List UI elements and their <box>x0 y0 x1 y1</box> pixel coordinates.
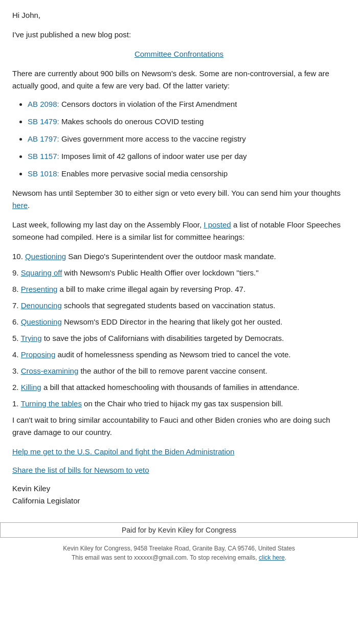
item-rest: a bill that attacked homeschooling with … <box>41 383 299 392</box>
bill-item: AB 2098: Censors doctors in violation of… <box>28 98 346 110</box>
item-rest: the author of the bill to remove parent … <box>78 366 267 375</box>
item-link[interactable]: Trying <box>20 334 41 342</box>
numbered-item: 1. Turning the tables on the Chair who t… <box>12 398 346 410</box>
bill-item: SB 1018: Enables more pervasive social m… <box>28 168 346 180</box>
footer-address-line2: This email was sent to xxxxxx@gmail.com.… <box>5 553 353 562</box>
closing-paragraph: I can't wait to bring similar accountabi… <box>12 414 346 439</box>
numbered-item: 7. Denouncing schools that segregated st… <box>12 300 346 312</box>
bill-text: Censors doctors in violation of the Firs… <box>59 100 237 108</box>
item-link[interactable]: Denouncing <box>21 301 62 310</box>
newsom-period: . <box>28 201 30 210</box>
item-rest: with Newsom's Public Health Offier over … <box>62 268 258 277</box>
signature: Kevin Kiley California Legislator <box>12 482 346 507</box>
newsom-text-1: Newsom has until September 30 to either … <box>12 189 341 197</box>
newsom-here-link[interactable]: here <box>12 201 28 210</box>
blog-title-link[interactable]: Committee Confrontations <box>135 50 223 58</box>
footer-period: . <box>285 554 286 561</box>
floor-text-1: Last week, following my last day on the … <box>12 220 204 229</box>
item-link[interactable]: Proposing <box>21 350 56 359</box>
description-text: There are currently about 900 bills on N… <box>12 67 346 92</box>
bill-link[interactable]: SB 1479: <box>28 117 59 126</box>
item-number: 9. <box>12 268 21 277</box>
item-link[interactable]: Presenting <box>21 285 58 293</box>
footer-unsubscribe-link[interactable]: click here <box>259 554 285 561</box>
newsom-paragraph: Newsom has until September 30 to either … <box>12 187 346 212</box>
bill-link[interactable]: SB 1018: <box>28 169 59 178</box>
item-link[interactable]: Cross-examining <box>21 366 79 375</box>
numbered-item: 6. Questioning Newsom's EDD Director in … <box>12 316 346 328</box>
footer-address-line1: Kevin Kiley for Congress, 9458 Treelake … <box>5 544 353 553</box>
bill-item: SB 1479: Makes schools do onerous COVID … <box>28 116 346 128</box>
numbered-item: 4. Proposing audit of homelessness spend… <box>12 349 346 361</box>
numbered-item: 8. Presenting a bill to make crime illeg… <box>12 283 346 295</box>
item-rest: audit of homelessness spending as Newsom… <box>55 350 290 359</box>
item-number: 10. <box>12 252 25 261</box>
bill-link[interactable]: SB 1157: <box>28 152 59 160</box>
item-number: 1. <box>12 399 20 408</box>
footer-paid: Paid for by Kevin Kiley for Congress <box>0 522 358 538</box>
bills-list: AB 2098: Censors doctors in violation of… <box>28 98 346 180</box>
item-rest: schools that segregated students based o… <box>62 301 276 310</box>
blog-title-container: Committee Confrontations <box>12 48 346 60</box>
item-number: 2. <box>12 383 21 392</box>
item-number: 3. <box>12 366 21 375</box>
item-link[interactable]: Squaring off <box>21 268 62 277</box>
greeting: Hi John, <box>12 9 346 21</box>
bill-text: Enables more pervasive social media cens… <box>59 169 228 178</box>
item-rest: a bill to make crime illegal again by re… <box>57 285 245 293</box>
signature-name: Kevin Kiley <box>12 482 346 495</box>
item-link[interactable]: Turning the tables <box>20 399 82 408</box>
item-number: 4. <box>12 350 21 359</box>
bill-item: AB 1797: Gives government more access to… <box>28 133 346 145</box>
bill-text: Makes schools do onerous COVID testing <box>59 117 204 126</box>
floor-paragraph: Last week, following my last day on the … <box>12 219 346 243</box>
item-link[interactable]: Killing <box>21 383 41 392</box>
item-number: 6. <box>12 317 21 326</box>
cta1-link[interactable]: Help me get to the U.S. Capitol and figh… <box>12 446 346 458</box>
numbered-item: 9. Squaring off with Newsom's Public Hea… <box>12 267 346 279</box>
item-rest: to save the jobs of Californians with di… <box>42 334 284 342</box>
email-body: Hi John, I've just published a new blog … <box>0 0 358 515</box>
item-number: 7. <box>12 301 21 310</box>
bill-item: SB 1157: Imposes limit of 42 gallons of … <box>28 150 346 163</box>
item-rest: Newsom's EDD Director in the hearing tha… <box>62 317 282 326</box>
numbered-item: 5. Trying to save the jobs of California… <box>12 332 346 344</box>
numbered-item: 10. Questioning San Diego's Superintende… <box>12 250 346 263</box>
item-rest: on the Chair who tried to hijack my gas … <box>82 399 283 408</box>
bill-text: Imposes limit of 42 gallons of indoor wa… <box>59 152 247 160</box>
floor-posted-link[interactable]: I posted <box>204 220 231 229</box>
numbered-item: 2. Killing a bill that attacked homescho… <box>12 381 346 394</box>
item-link[interactable]: Questioning <box>25 252 66 261</box>
numbered-list: 10. Questioning San Diego's Superintende… <box>12 250 346 410</box>
signature-title: California Legislator <box>12 495 346 507</box>
numbered-item: 3. Cross-examining the author of the bil… <box>12 365 346 377</box>
bill-link[interactable]: AB 2098: <box>28 100 59 108</box>
cta2-link[interactable]: Share the list of bills for Newsom to ve… <box>12 464 346 476</box>
intro-text: I've just published a new blog post: <box>12 29 346 41</box>
item-rest: San Diego's Superintendent over the outd… <box>66 252 276 261</box>
item-number: 8. <box>12 285 21 293</box>
item-link[interactable]: Questioning <box>21 317 62 326</box>
bill-link[interactable]: AB 1797: <box>28 134 59 143</box>
footer-address: Kevin Kiley for Congress, 9458 Treelake … <box>0 542 358 564</box>
item-number: 5. <box>12 334 20 342</box>
bill-text: Gives government more access to the vacc… <box>59 134 246 143</box>
footer-email-text: This email was sent to xxxxxx@gmail.com.… <box>72 554 257 561</box>
